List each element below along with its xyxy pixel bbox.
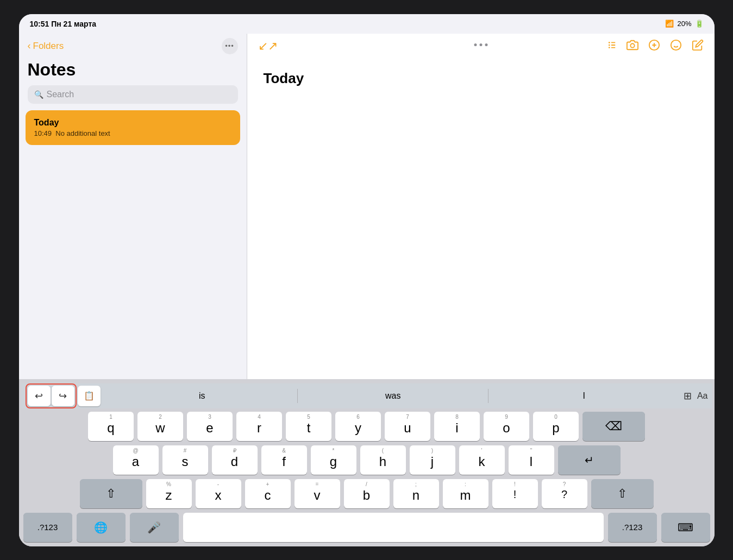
- keyboard-row-4: .?123 🌐 🎤 .?123 ⌨: [23, 513, 710, 542]
- key-v[interactable]: =v: [295, 479, 340, 508]
- wifi-icon: 📶: [665, 20, 674, 28]
- keyboard-toolbar: ↩ ↪ 📋 is was I ⊞ Aa: [21, 383, 712, 408]
- note-item-title: Today: [34, 118, 231, 128]
- keyboard-row-2: @a #s ₽d &f *g (h )j 'k "l ↵: [23, 445, 710, 475]
- key-k[interactable]: 'k: [459, 445, 505, 475]
- suggestion-1[interactable]: is: [107, 389, 298, 403]
- key-w[interactable]: 2w: [137, 412, 183, 441]
- compose-icon[interactable]: [648, 39, 660, 54]
- key-g[interactable]: *g: [311, 445, 356, 475]
- enter-key[interactable]: ↵: [558, 445, 621, 475]
- suggestion-2[interactable]: was: [298, 389, 488, 403]
- key-y[interactable]: 6y: [335, 412, 381, 441]
- kb-toolbar-left: ↩ ↪ 📋: [26, 383, 101, 408]
- svg-point-2: [608, 44, 610, 46]
- chevron-left-icon: ‹: [28, 40, 31, 52]
- sidebar: ‹ Folders ••• Notes 🔍 Search Today 10:49…: [19, 34, 247, 379]
- camera-icon[interactable]: [627, 39, 638, 54]
- main-area: ‹ Folders ••• Notes 🔍 Search Today 10:49…: [19, 34, 715, 379]
- key-t[interactable]: 5t: [286, 412, 331, 441]
- keyboard-keys: 1q 2w 3e 4r 5t 6y 7u 8i 9o 0p ⌫ @a #s ₽d…: [21, 408, 712, 544]
- key-h[interactable]: (h: [360, 445, 406, 475]
- key-i[interactable]: 8i: [434, 412, 480, 441]
- back-label: Folders: [33, 41, 64, 52]
- keyboard-row-1: 1q 2w 3e 4r 5t 6y 7u 8i 9o 0p ⌫: [23, 412, 710, 441]
- clipboard-icon: 📋: [84, 391, 95, 401]
- key-b[interactable]: /b: [344, 479, 390, 508]
- search-icon: 🔍: [34, 90, 43, 99]
- note-toolbar-left: ↙↗: [258, 39, 278, 53]
- num123-key-left[interactable]: .?123: [23, 513, 72, 542]
- dot-1: [474, 43, 477, 46]
- sidebar-more-button[interactable]: •••: [222, 38, 238, 54]
- note-content[interactable]: Today: [247, 59, 715, 379]
- shift-key[interactable]: ⇧: [80, 479, 142, 508]
- aa-button[interactable]: Aa: [697, 391, 708, 401]
- sidebar-title: Notes: [19, 58, 247, 85]
- delete-key[interactable]: ⌫: [582, 412, 645, 441]
- mic-key[interactable]: 🎤: [130, 513, 179, 542]
- key-e[interactable]: 3e: [187, 412, 233, 441]
- key-j[interactable]: )j: [410, 445, 455, 475]
- key-a[interactable]: @a: [113, 445, 159, 475]
- undo-button[interactable]: ↩: [28, 386, 51, 406]
- keyboard-area: ↩ ↪ 📋 is was I ⊞ Aa: [19, 379, 715, 546]
- note-heading: Today: [264, 70, 698, 87]
- key-m[interactable]: :m: [443, 479, 488, 508]
- globe-key[interactable]: 🌐: [77, 513, 126, 542]
- key-o[interactable]: 9o: [484, 412, 529, 441]
- key-x[interactable]: -x: [196, 479, 241, 508]
- key-question[interactable]: ??: [542, 479, 587, 508]
- redo-button[interactable]: ↪: [52, 386, 74, 406]
- clipboard-button[interactable]: 📋: [78, 386, 101, 406]
- space-key[interactable]: [183, 513, 604, 542]
- more-icon: •••: [225, 42, 234, 50]
- key-p[interactable]: 0p: [533, 412, 579, 441]
- note-list-item[interactable]: Today 10:49 No additional text: [26, 110, 240, 145]
- note-item-meta: 10:49 No additional text: [34, 129, 231, 137]
- key-exclaim[interactable]: !!: [492, 479, 538, 508]
- key-d[interactable]: ₽d: [212, 445, 258, 475]
- dot-2: [479, 43, 482, 46]
- status-time: 10:51 Пн 21 марта: [30, 20, 97, 28]
- status-right: 📶 20% 🔋: [665, 20, 703, 28]
- key-z[interactable]: %z: [146, 479, 192, 508]
- suggestion-3[interactable]: I: [488, 389, 679, 403]
- svg-point-6: [630, 43, 634, 47]
- key-u[interactable]: 7u: [385, 412, 430, 441]
- battery-icon: 🔋: [695, 20, 704, 28]
- note-toolbar-right: [605, 39, 704, 54]
- emoji-icon[interactable]: [670, 39, 682, 54]
- key-q[interactable]: 1q: [88, 412, 134, 441]
- checklist-icon[interactable]: [605, 39, 617, 54]
- search-input[interactable]: Search: [47, 90, 74, 99]
- key-r[interactable]: 4r: [236, 412, 282, 441]
- num123-key-right[interactable]: .?123: [608, 513, 657, 542]
- key-f[interactable]: &f: [261, 445, 307, 475]
- key-s[interactable]: #s: [162, 445, 208, 475]
- key-l[interactable]: "l: [509, 445, 554, 475]
- new-note-icon[interactable]: [692, 39, 704, 54]
- svg-point-10: [671, 40, 680, 49]
- expand-icon[interactable]: ↙↗: [258, 39, 278, 53]
- shift-key-right[interactable]: ⇧: [591, 479, 654, 508]
- undo-redo-group: ↩ ↪: [26, 383, 77, 408]
- hide-keyboard-key[interactable]: ⌨: [661, 513, 710, 542]
- dot-3: [485, 43, 487, 46]
- sidebar-header: ‹ Folders •••: [19, 34, 247, 58]
- table-icon[interactable]: ⊞: [684, 390, 692, 402]
- note-toolbar: ↙↗: [247, 34, 715, 59]
- svg-point-0: [608, 42, 610, 43]
- kb-toolbar-right: ⊞ Aa: [684, 390, 708, 402]
- battery-percent: 20%: [677, 20, 691, 28]
- svg-point-4: [608, 47, 610, 48]
- kb-suggestions: is was I: [107, 389, 679, 403]
- keyboard-row-3: ⇧ %z -x +c =v /b ;n :m !! ?? ⇧: [23, 479, 710, 508]
- status-bar: 10:51 Пн 21 марта 📶 20% 🔋: [19, 14, 715, 34]
- key-n[interactable]: ;n: [393, 479, 439, 508]
- key-c[interactable]: +c: [245, 479, 291, 508]
- back-button[interactable]: ‹ Folders: [28, 40, 64, 52]
- search-bar[interactable]: 🔍 Search: [28, 85, 238, 104]
- note-area: ↙↗: [247, 34, 715, 379]
